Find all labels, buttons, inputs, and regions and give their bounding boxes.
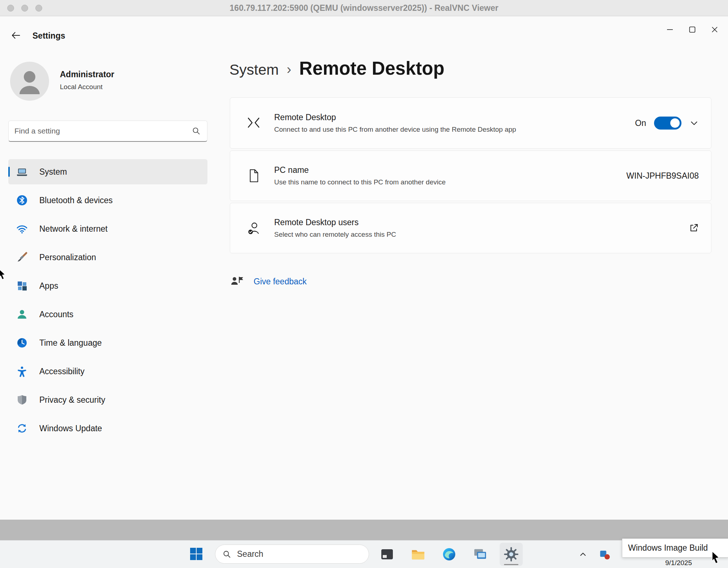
taskbar-desktop-app-button[interactable] [376,543,399,566]
sidebar-item-label: Windows Update [39,424,102,433]
card-description: Use this name to connect to this PC from… [274,178,446,186]
feedback-icon [230,274,244,289]
breadcrumb-chevron-icon: › [287,62,291,77]
apps-icon [16,280,28,292]
sidebar-item-windows-update[interactable]: Windows Update [8,416,207,441]
shield-icon [16,394,28,406]
minimize-icon [666,26,674,33]
sidebar-item-label: Time & language [39,338,102,348]
taskbar-search[interactable]: Search [215,545,369,564]
taskbar-settings-button[interactable] [500,543,523,566]
sidebar-item-personalization[interactable]: Personalization [8,245,207,270]
vnc-window-title: 160.79.117.202:5900 (QEMU (windowsserver… [230,3,499,13]
folder-icon [411,547,426,562]
document-icon [245,167,262,184]
accessibility-icon [16,366,28,377]
remote-desktop-icon [245,115,262,131]
macos-minimize-button[interactable] [21,5,28,12]
search-icon [223,550,231,559]
tray-app-icon [599,549,611,561]
sidebar-item-label: Privacy & security [39,395,105,405]
card-description: Connect to and use this PC from another … [274,126,516,134]
taskbar-search-label: Search [237,549,263,559]
sidebar-item-accounts[interactable]: Accounts [8,302,207,327]
search-icon [192,127,201,135]
sidebar-item-time-language[interactable]: Time & language [8,330,207,355]
sidebar-item-label: Personalization [39,253,96,262]
window-controls [659,21,726,38]
card-title: Remote Desktop [274,113,516,122]
accounts-icon [16,309,28,320]
sidebar-item-bluetooth-devices[interactable]: Bluetooth & devices [8,188,207,213]
card-title: PC name [274,165,446,175]
card-title: Remote Desktop users [274,218,396,227]
start-button[interactable] [188,545,205,563]
close-icon [711,26,718,33]
virtual-machine-icon [473,547,488,562]
sidebar-item-label: Apps [39,281,58,291]
sidebar-item-system[interactable]: System [8,159,207,184]
remote-desktop-toggle[interactable] [654,117,681,130]
taskbar-edge-button[interactable] [438,543,461,566]
taskbar-hyperv-button[interactable] [469,543,492,566]
sidebar-item-label: Accessibility [39,367,84,376]
dark-app-icon [380,547,394,562]
wifi-icon [16,223,28,235]
macos-close-button[interactable] [7,5,14,12]
desktop-background-strip [0,520,728,540]
sidebar-nav: System Bluetooth & devices Network & int… [8,159,207,441]
macos-zoom-button[interactable] [35,5,42,12]
chevron-up-icon [578,550,588,559]
clock-icon [16,337,28,349]
back-arrow-icon [11,30,21,40]
taskbar-date[interactable]: 9/1/2025 [665,559,692,567]
taskbar-icons [376,543,523,566]
mouse-cursor-2 [710,551,722,566]
sidebar-item-network-internet[interactable]: Network & internet [8,216,207,241]
taskbar-tray-chevron-button[interactable] [576,548,589,561]
breadcrumb-parent[interactable]: System [229,61,279,78]
maximize-button[interactable] [681,21,703,38]
pc-name-value: WIN-JPHFB9SAI08 [626,171,699,181]
find-a-setting-input[interactable] [9,121,192,141]
give-feedback-link[interactable]: Give feedback [230,274,307,289]
gear-icon [504,547,519,562]
toggle-knob [670,118,680,128]
paintbrush-icon [16,252,28,263]
breadcrumb: System › Remote Desktop [229,58,444,79]
minimize-button[interactable] [659,21,681,38]
remote-desktop-users-card[interactable]: Remote Desktop users Select who can remo… [230,203,711,253]
windows-logo-icon [190,547,203,560]
remote-desktop-card[interactable]: Remote Desktop Connect to and use this P… [230,97,711,149]
sidebar-item-privacy-security[interactable]: Privacy & security [8,387,207,412]
chevron-down-icon[interactable] [689,118,699,128]
give-feedback-label: Give feedback [254,277,307,287]
system-icon [16,166,28,178]
sidebar-item-apps[interactable]: Apps [8,273,207,298]
sidebar-item-label: Network & internet [39,224,108,234]
edge-icon [442,547,456,562]
sidebar-item-label: System [39,167,67,177]
bluetooth-icon [16,195,28,206]
sidebar-item-label: Accounts [39,310,74,319]
card-description: Select who can remotely access this PC [274,231,396,239]
find-a-setting-box [8,121,207,142]
external-link-icon[interactable] [689,223,699,233]
back-button[interactable] [8,27,24,43]
user-name: Administrator [60,70,114,79]
taskbar-file-explorer-button[interactable] [407,543,430,566]
page-title: Remote Desktop [299,58,444,79]
app-title: Settings [32,31,65,41]
user-check-icon [245,220,262,236]
pc-name-card: PC name Use this name to connect to this… [230,150,711,201]
toggle-state-label: On [635,118,646,128]
screen: 160.79.117.202:5900 (QEMU (windowsserver… [0,0,728,568]
taskbar-tray-app-button[interactable] [599,549,611,561]
sidebar-item-accessibility[interactable]: Accessibility [8,359,207,384]
close-button[interactable] [703,21,726,38]
user-account-type: Local Account [60,83,102,91]
windows-update-icon [16,423,28,434]
maximize-icon [689,26,696,33]
vnc-title-bar: 160.79.117.202:5900 (QEMU (windowsserver… [0,0,728,16]
settings-cards: Remote Desktop Connect to and use this P… [230,97,711,255]
